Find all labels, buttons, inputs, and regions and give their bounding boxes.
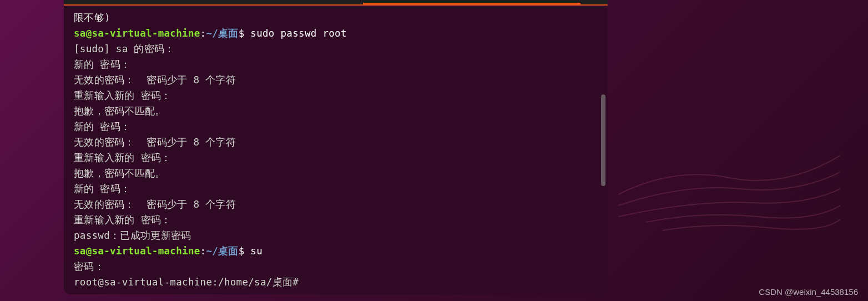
terminal-line: sa@sa-virtual-machine:~/桌面$ sudo passwd … (74, 26, 598, 41)
terminal-line: 无效的密码： 密码少于 8 个字符 (74, 197, 598, 212)
output-text: 新的 密码： (74, 121, 130, 132)
terminal-line: root@sa-virtual-machine:/home/sa/桌面# (74, 274, 598, 290)
user-host: sa@sa-virtual-machine (74, 245, 200, 257)
colon: : (200, 28, 206, 39)
terminal-line: 无效的密码： 密码少于 8 个字符 (74, 134, 598, 150)
output-text: 重新输入新的 密码： (74, 152, 171, 163)
output-text: 密码： (74, 261, 104, 272)
terminal-line: 抱歉，密码不匹配。 (74, 103, 598, 119)
scrollbar-thumb[interactable] (601, 94, 605, 186)
terminal-line: [sudo] sa 的密码： (74, 41, 598, 57)
terminal-line: 密码： (74, 259, 598, 274)
root-prompt: root@sa-virtual-machine:/home/sa/桌面# (74, 277, 299, 288)
command-text: su (250, 245, 263, 257)
wallpaper-decoration (618, 111, 840, 278)
terminal-line: 重新输入新的 密码： (74, 150, 598, 165)
terminal-window[interactable]: 限不够) sa@sa-virtual-machine:~/桌面$ sudo pa… (64, 0, 608, 294)
terminal-line: passwd：已成功更新密码 (74, 228, 598, 243)
path: ~/桌面 (206, 28, 238, 39)
terminal-content[interactable]: 限不够) sa@sa-virtual-machine:~/桌面$ sudo pa… (64, 6, 608, 294)
terminal-line: 重新输入新的 密码： (74, 212, 598, 228)
terminal-line: 限不够) (74, 10, 598, 26)
user-host: sa@sa-virtual-machine (74, 28, 200, 39)
output-text: 重新输入新的 密码： (74, 90, 171, 101)
output-text: 新的 密码： (74, 183, 130, 194)
prompt-symbol: $ (239, 245, 251, 257)
output-text: 抱歉，密码不匹配。 (74, 168, 165, 179)
terminal-line: 新的 密码： (74, 181, 598, 197)
terminal-line: sa@sa-virtual-machine:~/桌面$ su (74, 243, 598, 259)
watermark: CSDN @weixin_44538156 (759, 287, 858, 297)
output-text: 抱歉，密码不匹配。 (74, 106, 165, 117)
output-text: 无效的密码： 密码少于 8 个字符 (74, 199, 236, 210)
terminal-tab-bar (64, 0, 608, 6)
output-text: passwd：已成功更新密码 (74, 230, 191, 241)
output-text: 新的 密码： (74, 59, 130, 70)
output-text: 限不够) (74, 12, 110, 23)
terminal-line: 抱歉，密码不匹配。 (74, 165, 598, 181)
active-tab-indicator (363, 3, 581, 4)
terminal-line: 新的 密码： (74, 57, 598, 72)
output-text: 无效的密码： 密码少于 8 个字符 (74, 74, 236, 86)
output-text: [sudo] sa 的密码： (74, 43, 175, 54)
terminal-line: 重新输入新的 密码： (74, 88, 598, 103)
terminal-line: 无效的密码： 密码少于 8 个字符 (74, 72, 598, 88)
colon: : (200, 245, 206, 257)
command-text: sudo passwd root (250, 28, 346, 39)
prompt-symbol: $ (239, 28, 251, 39)
output-text: 无效的密码： 密码少于 8 个字符 (74, 137, 236, 148)
output-text: 重新输入新的 密码： (74, 214, 171, 225)
terminal-line: 新的 密码： (74, 119, 598, 134)
path: ~/桌面 (206, 245, 238, 257)
